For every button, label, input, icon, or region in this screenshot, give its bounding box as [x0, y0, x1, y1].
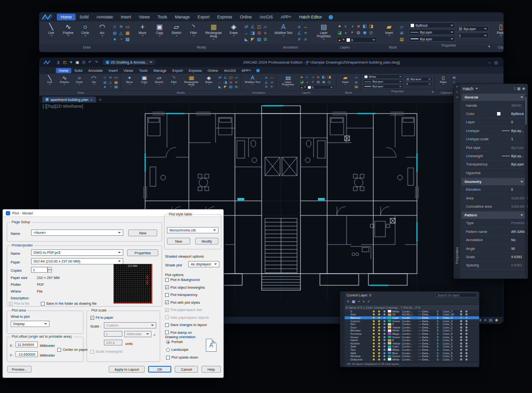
layer-color-swatch[interactable]	[388, 316, 391, 319]
tool-button[interactable]: ◠Arc	[87, 74, 101, 90]
apply-to-layout-button[interactable]: Apply to Layout	[109, 366, 145, 373]
layer-toolbar-icon[interactable]: ▣	[352, 299, 356, 304]
layer-on-icon[interactable]	[371, 323, 376, 326]
layer-state-icon[interactable]: ◨	[368, 23, 374, 30]
layer-properties-button[interactable]: ▤ Layer Properties	[278, 74, 298, 90]
layer-transparency[interactable]: 0	[437, 348, 443, 351]
ribbon-tab[interactable]: Tools	[153, 14, 171, 20]
status-toggle-icon[interactable]: A	[484, 317, 486, 323]
new-tab-icon[interactable]: +	[97, 98, 103, 102]
plot-style-combo[interactable]: Monochrome.ctb	[167, 227, 218, 233]
tool-icon[interactable]: ⊞	[262, 36, 268, 43]
layer-state-icon[interactable]: ■	[355, 23, 362, 30]
column-header[interactable]: N	[417, 306, 420, 309]
pin-icon[interactable]: +	[454, 89, 460, 95]
column-header[interactable]: Name	[348, 306, 356, 309]
layer-lock-icon[interactable]	[382, 329, 387, 332]
layer-lineweight[interactable]: — Defa...	[418, 310, 437, 313]
layer-transparency[interactable]: 0	[437, 310, 443, 313]
property-row[interactable]: Lineweight ByLay...	[460, 152, 528, 160]
layer-color-swatch[interactable]	[388, 329, 391, 332]
layer-on-icon[interactable]	[371, 326, 376, 329]
layer-lock-icon[interactable]	[382, 358, 387, 361]
scrollbar[interactable]	[525, 95, 527, 277]
layer-state-icon[interactable]: ◉	[362, 30, 368, 36]
property-row[interactable]: Elevation 0	[460, 186, 528, 194]
tool-icon[interactable]: ≡	[262, 30, 268, 36]
layer-newvp-icon[interactable]	[464, 310, 469, 313]
property-row[interactable]: Type Predefined	[460, 219, 528, 228]
chevron-down-icon[interactable]	[475, 88, 478, 91]
layer-toolbar-icon[interactable]: ✓	[367, 299, 371, 304]
layer-plotstyle[interactable]: Color_4	[443, 316, 458, 319]
close-tab-icon[interactable]: ×	[90, 98, 93, 102]
tool-button[interactable]: ∿Polyline	[57, 74, 71, 90]
tool-icon[interactable]: ◣	[217, 84, 222, 89]
layer-state-icon[interactable]: ◒	[304, 80, 310, 84]
tool-icon[interactable]: ⊕	[353, 80, 359, 84]
layer-row[interactable]: Defpoints White Contin... — Defa... 0 Co…	[345, 358, 479, 361]
layer-plot-icon[interactable]	[458, 348, 464, 351]
portrait-radio[interactable]: Portrait	[166, 340, 183, 344]
ribbon-tab[interactable]: Views	[135, 14, 154, 20]
layer-color-swatch[interactable]	[388, 313, 391, 316]
lineweight-spinner[interactable]: 0	[457, 33, 489, 38]
tool-button[interactable]: ▱Stretch	[152, 74, 166, 90]
tool-icon[interactable]: ∠	[296, 30, 302, 36]
layer-plotstyle[interactable]: Color_3	[443, 336, 458, 339]
layer-state-icon[interactable]: ◓	[349, 30, 355, 36]
layer-select-combo[interactable]: ● ☀ 0	[299, 85, 334, 89]
tool-icon[interactable]: ⊠	[451, 75, 457, 80]
tool-icon[interactable]: ⊞	[233, 84, 239, 89]
tool-icon[interactable]: ▨	[256, 36, 262, 43]
column-header[interactable]: Linetype	[373, 306, 385, 309]
insert-block-button[interactable]: ▰ Insert	[338, 74, 352, 90]
layer-linetype[interactable]: Contin...	[402, 352, 418, 355]
layer-plot-icon[interactable]	[458, 313, 464, 316]
tool-button[interactable]: ◈Erase	[226, 22, 242, 44]
layer-transparency[interactable]: 0	[437, 332, 443, 335]
layer-lock-icon[interactable]	[382, 320, 387, 323]
layer-lineweight[interactable]: — Defa...	[418, 332, 437, 335]
tool-button[interactable]: ▣Copy	[151, 22, 167, 44]
layer-plot-icon[interactable]	[458, 355, 464, 358]
property-row[interactable]: Cumulative area 9168.8054	[460, 202, 528, 211]
pick-icon[interactable]: ◈	[522, 86, 525, 91]
lineweight-combo[interactable]: ByLayer	[363, 84, 403, 89]
layer-freeze-icon[interactable]	[376, 342, 382, 345]
layer-state-icon[interactable]: ◪	[299, 80, 304, 84]
dialog-launcher-icon[interactable]: ◥	[487, 44, 490, 49]
section-header-general[interactable]: General	[462, 94, 526, 101]
ribbon-tab[interactable]: Export	[194, 14, 214, 20]
tool-icon[interactable]: ◨	[223, 80, 228, 84]
tool-button[interactable]: AMultiline Text	[243, 74, 262, 90]
tool-button[interactable]: ◠Arc	[94, 22, 110, 44]
quick-access-icon[interactable]: ⎙	[81, 59, 87, 66]
status-toggle-icon[interactable]: ◆	[495, 317, 498, 323]
lineweight-spinner[interactable]: 0	[405, 82, 432, 86]
layer-linetype[interactable]: Contin...	[402, 332, 418, 335]
viewport-controls-label[interactable]: [-][Top][2D Wireframe]	[43, 104, 83, 109]
layer-plotstyle[interactable]: Color_6	[443, 332, 458, 335]
layer-plotstyle[interactable]: Color_30	[443, 313, 458, 316]
ribbon-tab[interactable]: ArcGIS	[221, 68, 238, 73]
layer-state-icon[interactable]: ◑	[310, 75, 316, 80]
property-row[interactable]: Plot style ByColor	[460, 144, 528, 152]
layer-newvp-icon[interactable]	[464, 355, 469, 358]
layer-transparency[interactable]: 0	[437, 345, 443, 348]
quick-access-icon[interactable]: ◰	[62, 59, 68, 66]
tool-icon[interactable]: ●	[102, 84, 108, 89]
layer-transparency[interactable]: 0	[437, 342, 443, 345]
document-tab[interactable]: apartment building plan ×	[42, 97, 96, 102]
layer-newvp-icon[interactable]	[464, 326, 469, 329]
tool-icon[interactable]: ◍	[102, 80, 108, 84]
offset-y-input[interactable]: -13.650000	[16, 351, 38, 357]
layer-plot-icon[interactable]	[458, 336, 464, 339]
layer-lock-icon[interactable]	[382, 313, 387, 316]
layer-linetype[interactable]: Contin...	[402, 329, 418, 332]
tool-icon[interactable]: ◍	[112, 30, 118, 36]
layer-color-swatch[interactable]	[388, 355, 391, 358]
layer-search-input[interactable]	[435, 293, 477, 297]
ribbon-tab[interactable]: Express	[186, 68, 205, 73]
plot-option-checkbox[interactable]: Plot transparency	[165, 293, 222, 297]
